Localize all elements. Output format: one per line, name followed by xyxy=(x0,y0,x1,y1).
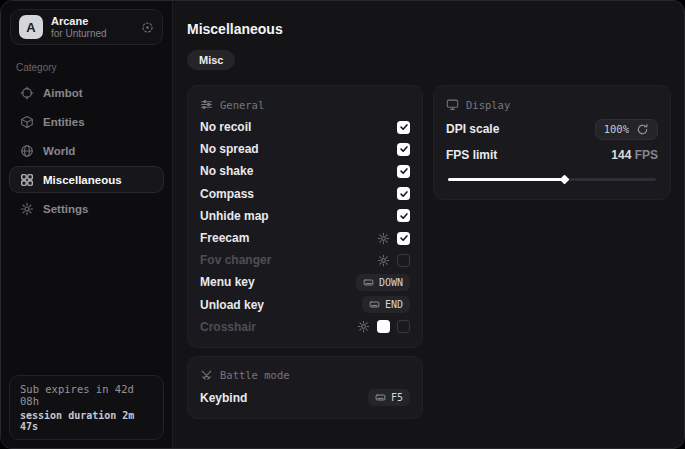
monitor-icon xyxy=(446,98,459,111)
sidebar: A Arcane for Unturned Category AimbotEnt… xyxy=(1,1,173,448)
setting-row-menu-key: Menu keyDOWN xyxy=(200,271,410,293)
setting-label: No spread xyxy=(200,142,259,156)
app-header: A Arcane for Unturned xyxy=(10,9,163,45)
sidebar-item-entities[interactable]: Entities xyxy=(9,108,164,135)
rotate-icon[interactable] xyxy=(636,123,649,136)
sliders-icon xyxy=(200,98,213,111)
tab-misc[interactable]: Misc xyxy=(187,50,235,70)
battle-panel-header: Battle mode xyxy=(200,361,410,387)
setting-label: Menu key xyxy=(200,275,255,289)
checkbox[interactable] xyxy=(397,254,410,267)
fps-limit-slider[interactable] xyxy=(448,175,656,184)
app-logo: A xyxy=(19,15,43,39)
battle-mode-panel: Battle mode KeybindF5 xyxy=(187,356,423,419)
setting-row-fov-changer: Fov changer xyxy=(200,249,410,271)
keyboard-icon xyxy=(363,277,374,288)
keybind-badge[interactable]: DOWN xyxy=(356,274,410,291)
grid-icon xyxy=(20,173,34,187)
slider-thumb[interactable] xyxy=(560,175,570,185)
display-panel-title: Display xyxy=(466,99,510,111)
setting-label: Compass xyxy=(200,187,254,201)
checkbox[interactable] xyxy=(397,165,410,178)
setting-label: Unload key xyxy=(200,298,264,312)
page-title: Miscellaneous xyxy=(187,21,671,37)
setting-controls xyxy=(397,209,410,222)
setting-label: Freecam xyxy=(200,231,249,245)
subscription-status: Sub expires in 42d 08h session duration … xyxy=(9,375,164,440)
sidebar-item-label: World xyxy=(43,145,75,157)
category-label: Category xyxy=(16,62,157,73)
dpi-scale-label: DPI scale xyxy=(446,122,499,136)
checkbox[interactable] xyxy=(397,143,410,156)
checkbox[interactable] xyxy=(397,320,410,333)
general-panel-header: General xyxy=(200,90,410,116)
setting-row-freecam: Freecam xyxy=(200,227,410,249)
main-content: Miscellaneous Misc General No recoilNo s… xyxy=(173,1,685,448)
keybind-badge[interactable]: END xyxy=(362,296,410,313)
setting-controls: END xyxy=(362,296,410,313)
tab-bar: Misc xyxy=(187,50,671,70)
checkbox[interactable] xyxy=(397,187,410,200)
general-panel-title: General xyxy=(220,99,264,111)
sidebar-item-label: Aimbot xyxy=(43,87,83,99)
slider-fill xyxy=(448,178,564,181)
display-panel: Display DPI scale 100% FPS limit 144 xyxy=(433,85,671,200)
sidebar-nav: AimbotEntitiesWorldMiscellaneousSettings xyxy=(1,79,172,222)
sidebar-item-label: Entities xyxy=(43,116,85,128)
checkbox[interactable] xyxy=(397,209,410,222)
dpi-scale-control[interactable]: 100% xyxy=(595,119,658,140)
setting-row-unload-key: Unload keyEND xyxy=(200,294,410,316)
setting-row-compass: Compass xyxy=(200,183,410,205)
app-title: Arcane xyxy=(51,15,133,28)
fps-limit-row: FPS limit 144 FPS xyxy=(446,142,658,168)
setting-row-no-recoil: No recoil xyxy=(200,116,410,138)
app-subtitle: for Unturned xyxy=(51,28,133,40)
setting-row-crosshair: Crosshair xyxy=(200,316,410,338)
color-swatch[interactable] xyxy=(377,320,390,333)
setting-row-no-spread: No spread xyxy=(200,138,410,160)
setting-controls xyxy=(397,187,410,200)
setting-controls xyxy=(397,143,410,156)
gear-icon[interactable] xyxy=(377,232,390,245)
sidebar-item-world[interactable]: World xyxy=(9,137,164,164)
checkbox[interactable] xyxy=(397,121,410,134)
setting-label: No recoil xyxy=(200,120,251,134)
dpi-scale-value: 100% xyxy=(604,123,629,135)
setting-controls: F5 xyxy=(368,389,410,406)
setting-label: Crosshair xyxy=(200,320,256,334)
setting-controls xyxy=(397,121,410,134)
gear-icon xyxy=(20,202,34,216)
gear-icon[interactable] xyxy=(357,320,370,333)
app-window: A Arcane for Unturned Category AimbotEnt… xyxy=(0,0,685,449)
checkbox[interactable] xyxy=(397,232,410,245)
fps-limit-value: 144 FPS xyxy=(611,148,658,162)
setting-row-keybind: KeybindF5 xyxy=(200,387,410,409)
setting-controls xyxy=(377,254,410,267)
display-panel-header: Display xyxy=(446,90,658,116)
sync-icon[interactable] xyxy=(141,21,154,34)
setting-label: Keybind xyxy=(200,391,247,405)
fps-limit-label: FPS limit xyxy=(446,148,497,162)
general-panel: General No recoilNo spreadNo shakeCompas… xyxy=(187,85,423,348)
keybind-value: DOWN xyxy=(379,277,403,288)
setting-controls xyxy=(397,165,410,178)
setting-row-unhide-map: Unhide map xyxy=(200,205,410,227)
sub-expiry-text: Sub expires in 42d 08h xyxy=(20,383,153,407)
keyboard-icon xyxy=(375,392,386,403)
sidebar-item-miscellaneous[interactable]: Miscellaneous xyxy=(9,166,164,193)
sidebar-item-aimbot[interactable]: Aimbot xyxy=(9,79,164,106)
dpi-scale-row: DPI scale 100% xyxy=(446,116,658,142)
keybind-value: F5 xyxy=(391,392,403,403)
keybind-badge[interactable]: F5 xyxy=(368,389,410,406)
battle-panel-title: Battle mode xyxy=(220,369,290,381)
gear-icon[interactable] xyxy=(377,254,390,267)
session-duration-text: session duration 2m 47s xyxy=(20,410,153,432)
crosshair-icon xyxy=(20,86,34,100)
setting-label: Fov changer xyxy=(200,253,271,267)
cube-icon xyxy=(20,115,34,129)
keybind-value: END xyxy=(385,299,403,310)
swords-icon xyxy=(200,369,213,382)
sidebar-item-label: Miscellaneous xyxy=(43,174,122,186)
sidebar-item-settings[interactable]: Settings xyxy=(9,195,164,222)
setting-controls xyxy=(377,232,410,245)
